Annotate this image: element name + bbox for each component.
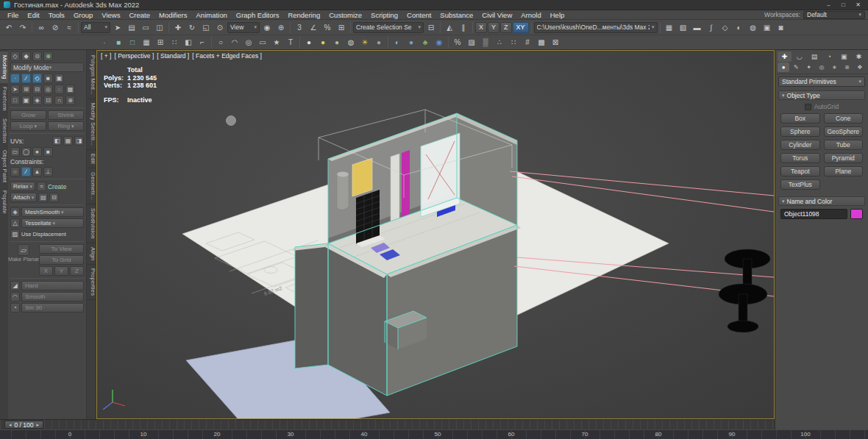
- grow-tool-icon[interactable]: ⊞: [21, 85, 31, 94]
- redo-icon[interactable]: ↷: [16, 21, 29, 34]
- bridge-tool-icon[interactable]: ∩: [54, 96, 64, 105]
- attach-button[interactable]: Attach: [10, 193, 37, 202]
- panel-tab-properties[interactable]: Properties: [87, 265, 96, 300]
- sun-light-icon[interactable]: ☀: [358, 36, 371, 49]
- attach-list-icon[interactable]: ▤: [38, 193, 48, 202]
- edge-mode-icon[interactable]: ∕: [21, 74, 31, 83]
- time-slider-handle[interactable]: ◂ 0 / 100 ▸: [4, 421, 43, 429]
- make-planar-icon[interactable]: ▱: [18, 244, 29, 256]
- modify-mode-dropdown[interactable]: Modify Mode: [10, 63, 84, 72]
- donut-shape-icon[interactable]: ◎: [242, 36, 255, 49]
- pyramid-button[interactable]: Pyramid: [824, 153, 864, 163]
- edge-constraint-icon[interactable]: ∕: [21, 167, 31, 176]
- name-color-rollout[interactable]: Name and Color: [778, 196, 865, 206]
- helpers-category[interactable]: ∗: [828, 63, 840, 72]
- align-icon[interactable]: ∥: [457, 21, 470, 34]
- select-and-move-icon[interactable]: ✚: [171, 21, 185, 34]
- no-constraint-icon[interactable]: ○: [10, 167, 20, 176]
- loop-button[interactable]: Loop: [10, 121, 46, 131]
- close-icon[interactable]: ✕: [852, 1, 864, 10]
- spherical-map-icon[interactable]: ●: [32, 147, 42, 157]
- planar-map-icon[interactable]: ▭: [10, 147, 20, 157]
- menu-substance[interactable]: Substance: [435, 10, 477, 20]
- menu-edit[interactable]: Edit: [23, 10, 43, 20]
- panel-tab-geometry[interactable]: Geometr...: [87, 168, 96, 204]
- ribbon-tab-selection[interactable]: Selection: [0, 115, 8, 147]
- fill-select-icon[interactable]: ▦: [65, 85, 75, 94]
- cone-button[interactable]: Cone: [824, 113, 864, 124]
- menu-views[interactable]: Views: [97, 10, 124, 20]
- ribbon-tab-object-paint[interactable]: Object Paint: [0, 146, 8, 186]
- panel-tab-align[interactable]: Align: [87, 243, 96, 265]
- tessellate-button[interactable]: Tessellate: [21, 218, 84, 228]
- material-editor-icon[interactable]: ◐: [733, 21, 746, 34]
- maximize-icon[interactable]: □: [837, 1, 850, 10]
- sm30-button[interactable]: Sm 30: [21, 303, 84, 313]
- hatch-pattern-icon[interactable]: ▨: [465, 36, 478, 49]
- menu-help[interactable]: Help: [546, 10, 569, 20]
- loop-select-icon[interactable]: ◎: [43, 85, 53, 94]
- menu-graph-editors[interactable]: Graph Editors: [232, 10, 284, 20]
- hard-button[interactable]: Hard: [21, 281, 84, 290]
- rendered-frame-icon[interactable]: ▣: [761, 21, 774, 34]
- systems-category[interactable]: ❖: [854, 63, 866, 72]
- relax-button[interactable]: Relax: [10, 182, 35, 191]
- y-axis-button[interactable]: Y: [488, 22, 499, 33]
- viewport-preset-menu[interactable]: [ Standard ]: [157, 52, 189, 60]
- track-bar[interactable]: 0102030405060708090100: [0, 429, 868, 439]
- teapot-button[interactable]: Teapot: [780, 166, 820, 176]
- ribbon-toggle-icon[interactable]: ▬: [691, 21, 704, 34]
- menu-scripting[interactable]: Scripting: [366, 10, 402, 20]
- create-tab[interactable]: ✚: [778, 51, 791, 62]
- planar-z-button[interactable]: Z: [70, 266, 84, 276]
- weld-tool-icon[interactable]: ⊕: [65, 96, 75, 105]
- cameras-category[interactable]: ◎: [816, 63, 828, 72]
- select-tool-icon[interactable]: ➤: [10, 85, 20, 94]
- select-by-name-icon[interactable]: ▤: [125, 21, 138, 34]
- geosphere-button[interactable]: GeoSphere: [824, 126, 864, 137]
- hierarchy-tab[interactable]: ▤: [807, 51, 821, 62]
- yellow-panel[interactable]: [352, 158, 372, 196]
- menu-create[interactable]: Create: [124, 10, 154, 20]
- bind-to-space-warp-icon[interactable]: ≈: [63, 21, 76, 34]
- select-and-link-icon[interactable]: ∞: [35, 21, 48, 34]
- panel-tab-subdivision[interactable]: Subdivision: [87, 204, 96, 243]
- edit-named-selections-icon[interactable]: ⊟: [424, 21, 438, 34]
- mirror-icon[interactable]: ◭: [443, 21, 456, 34]
- object-color-swatch[interactable]: [850, 209, 863, 219]
- lights-category[interactable]: ✦: [803, 63, 815, 72]
- panel-tab-polygon-modeling[interactable]: Polygon Mod...: [87, 51, 96, 99]
- unwrap-uv-icon[interactable]: ▦: [63, 136, 73, 146]
- ignore-backfacing-icon[interactable]: ⊙: [32, 51, 42, 61]
- menu-file[interactable]: File: [3, 10, 23, 20]
- viewport-shading-menu[interactable]: [ Facets + Edged Faces ]: [192, 52, 262, 60]
- inset-tool-icon[interactable]: ▣: [21, 96, 31, 105]
- cylindrical-map-icon[interactable]: ◯: [21, 147, 31, 157]
- percent-snap-icon[interactable]: %: [321, 21, 334, 34]
- snaps-toggle-icon[interactable]: 3: [293, 21, 306, 34]
- menu-group[interactable]: Group: [69, 10, 97, 20]
- array-tool-icon[interactable]: ⊞: [154, 36, 167, 49]
- undo-icon[interactable]: ↶: [2, 21, 15, 34]
- half-box-icon[interactable]: ◧: [182, 36, 195, 49]
- menu-content[interactable]: Content: [402, 10, 435, 20]
- minimize-icon[interactable]: –: [822, 1, 835, 10]
- material-yellow-sphere-icon[interactable]: ●: [316, 36, 330, 49]
- box-map-icon[interactable]: ■: [43, 147, 53, 157]
- face-constraint-icon[interactable]: ▲: [32, 167, 42, 176]
- z-axis-button[interactable]: Z: [500, 22, 512, 33]
- layer-explorer-icon[interactable]: ▧: [677, 21, 690, 34]
- grid-object-icon[interactable]: ▦: [140, 36, 153, 49]
- magenta-panel[interactable]: [402, 150, 410, 217]
- cross-box-icon[interactable]: ⊠: [549, 36, 562, 49]
- polygon-mode-icon[interactable]: ■: [43, 74, 53, 83]
- soft-selection-icon[interactable]: ◇: [10, 51, 20, 61]
- outline-tool-icon[interactable]: □: [10, 96, 20, 105]
- autogrid-checkbox[interactable]: AutoGrid: [775, 103, 868, 110]
- rectangular-selection-region-icon[interactable]: ▭: [139, 21, 152, 34]
- viewport-pov-menu[interactable]: [ Perspective ]: [114, 52, 154, 60]
- noise-pattern-icon[interactable]: ▒: [479, 36, 492, 49]
- hash-grid-icon[interactable]: #: [521, 36, 534, 49]
- element-mode-icon[interactable]: ▣: [54, 74, 64, 83]
- grow-button[interactable]: Grow: [10, 110, 46, 120]
